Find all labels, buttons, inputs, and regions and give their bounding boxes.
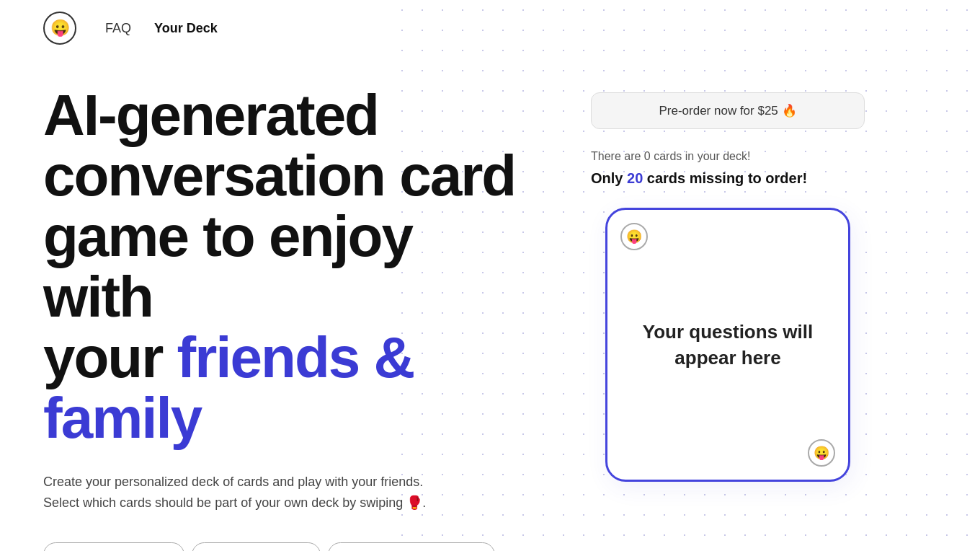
tags-container: Ice Breaker, Philosophy Deep Talk, Educa… xyxy=(43,542,533,551)
main-container: AI-generated conversation card game to e… xyxy=(0,56,980,551)
right-column: Pre-order now for $25 🔥 There are 0 card… xyxy=(591,85,865,551)
nav-your-deck[interactable]: Your Deck xyxy=(154,21,218,36)
deck-info-line1: There are 0 cards in your deck! xyxy=(591,146,865,166)
deck-count-label: Only xyxy=(591,170,623,186)
nav-faq[interactable]: FAQ xyxy=(105,21,131,36)
phone-logo-bottom: 😛 xyxy=(808,439,835,467)
deck-missing-info: Only 20 cards missing to order! xyxy=(591,166,865,190)
deck-info: There are 0 cards in your deck! Only 20 … xyxy=(591,146,865,190)
deck-info-suffix: cards missing to order! xyxy=(647,170,807,186)
subtitle-line2: Select which cards should be part of you… xyxy=(43,495,426,510)
phone-card-mockup: 😛 Your questions will appear here 😛 xyxy=(605,208,850,482)
hero-subtitle: Create your personalized deck of cards a… xyxy=(43,472,461,513)
tag-0[interactable]: Ice Breaker, Philosophy xyxy=(43,542,184,551)
hero-title: AI-generated conversation card game to e… xyxy=(43,85,533,449)
nav-links: FAQ Your Deck xyxy=(105,21,218,36)
deck-count-number: 20 xyxy=(627,170,643,186)
hero-line2: conversation card xyxy=(43,144,515,208)
logo-emoji: 😛 xyxy=(50,19,70,38)
hero-line3: game to enjoy with xyxy=(43,204,412,329)
navbar: 😛 FAQ Your Deck xyxy=(0,0,980,56)
tag-1[interactable]: Deep Talk, Education xyxy=(192,542,321,551)
logo[interactable]: 😛 xyxy=(43,12,76,45)
hero-line1: AI-generated xyxy=(43,83,378,147)
subtitle-line1: Create your personalized deck of cards a… xyxy=(43,475,423,489)
left-column: AI-generated conversation card game to e… xyxy=(43,85,533,551)
pre-order-button[interactable]: Pre-order now for $25 🔥 xyxy=(591,92,865,129)
phone-logo-top: 😛 xyxy=(620,223,648,250)
phone-card-text: Your questions will appear here xyxy=(607,319,848,371)
tag-2[interactable]: Self exploration, Relationship xyxy=(328,542,495,551)
hero-line4-part1: your xyxy=(43,325,177,389)
